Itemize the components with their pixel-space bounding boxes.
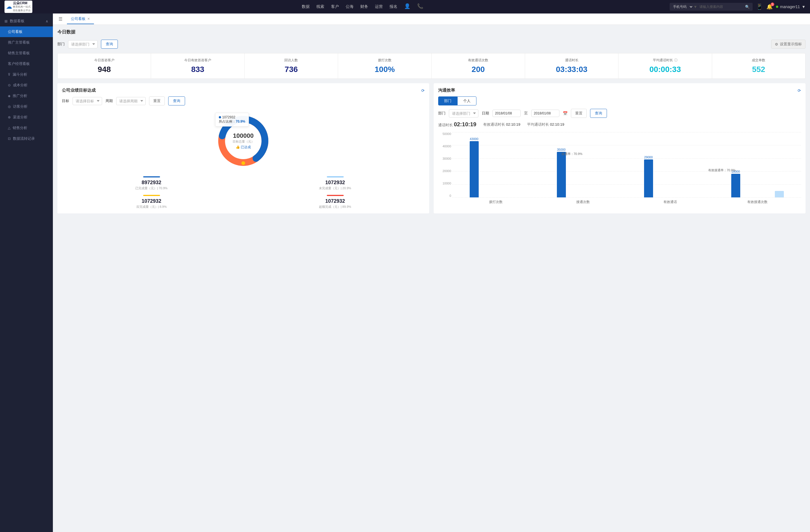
sidebar-item-sales[interactable]: △ 销售分析 — [0, 122, 53, 133]
eff-stat-effective: 有效通话时长 02:10:19 — [483, 122, 520, 127]
nav-operations[interactable]: 运营 — [375, 3, 383, 11]
search-type-select[interactable]: 手机号码 — [670, 3, 693, 11]
sidebar-item-label: 销售分析 — [13, 126, 27, 131]
metric-card-5: 通话时长 03:33:03 — [525, 53, 618, 79]
eff-stat-avg: 平均通话时长 02:10:19 — [527, 122, 564, 127]
eff-filter: 部门 请选择部门 日期 至 📅 重置 查询 — [438, 109, 801, 118]
sidebar-item-label: 漏斗分析 — [13, 72, 27, 77]
bar-eff-connect-light — [775, 191, 784, 197]
goal-stat-0: 8972932 已完成量（元）| 70.9% — [62, 176, 241, 190]
goal-panel-title: 公司业绩目标达成 — [62, 88, 96, 93]
nav-right: 手机号码 ▼ 🔍 📱 🔔 5 manager11 ▼ — [670, 3, 806, 11]
sidebar-grid-icon: ⊞ — [4, 19, 7, 23]
period-label: 周期 — [106, 98, 113, 103]
sidebar-collapse-icon[interactable]: ∧ — [46, 19, 48, 23]
goal-reset-button[interactable]: 重置 — [149, 97, 165, 105]
mobile-icon[interactable]: 📱 — [756, 3, 763, 10]
tooltip-dot — [219, 116, 221, 118]
nav-data[interactable]: 数据 — [302, 3, 310, 11]
goal-stat-bar-0 — [143, 176, 160, 178]
eff-date-from[interactable] — [492, 110, 521, 117]
tab-company-board[interactable]: 公司看板 ✕ — [67, 14, 94, 24]
goal-label: 目标 — [62, 98, 69, 103]
today-query-button[interactable]: 查询 — [101, 40, 118, 49]
goal-panel: 公司业绩目标达成 ⟳ 目标 请选择目标 周期 请选择周期 重置 查询 — [58, 83, 429, 213]
bar-chart: 50000 40000 30000 20000 10000 0 — [438, 132, 801, 205]
goal-panel-header: 公司业绩目标达成 ⟳ — [62, 88, 425, 93]
sidebar-item-label: 推广分析 — [13, 93, 27, 98]
nav-finance[interactable]: 财务 — [360, 3, 368, 11]
metric-label-2: 回访人数 — [248, 58, 335, 63]
sidebar-item-channel[interactable]: ⊛ 渠道分析 — [0, 112, 53, 122]
eff-tab-dept[interactable]: 部门 — [438, 97, 457, 105]
search-button[interactable]: 🔍 — [742, 3, 752, 11]
sidebar-item-label: 销售主管看板 — [8, 51, 30, 56]
goal-filter: 目标 请选择目标 周期 请选择周期 重置 查询 — [62, 97, 425, 105]
tab-close-icon[interactable]: ✕ — [87, 17, 90, 21]
eff-reset-button[interactable]: 重置 — [571, 109, 587, 118]
sidebar-item-label: 公司看板 — [8, 29, 22, 34]
notification-icon[interactable]: 🔔 5 — [766, 4, 773, 10]
sidebar-item-promo[interactable]: ◈ 推广分析 — [0, 90, 53, 101]
user-info[interactable]: manager11 ▼ — [776, 4, 806, 9]
nav-register[interactable]: 报名 — [390, 3, 398, 11]
donut-chart-container: 1072932 所占比例：70.9% — [62, 110, 425, 172]
dept-select[interactable]: 请选择部门 — [68, 40, 98, 48]
bar-label-29000: 29000 — [644, 155, 653, 159]
sidebar-item-visitor[interactable]: ◎ 访客分析 — [0, 101, 53, 112]
sidebar-toggle-icon[interactable]: ☰ — [58, 15, 64, 23]
nav-customers[interactable]: 客户 — [331, 3, 339, 11]
metric-label-6: 平均通话时长ⓘ — [622, 58, 708, 63]
goal-select[interactable]: 请选择目标 — [72, 97, 102, 105]
sidebar-item-cost[interactable]: ⊙ 成本分析 — [0, 80, 53, 90]
search-input[interactable] — [697, 3, 742, 11]
sidebar-item-account-manager[interactable]: 客户经理看板 — [0, 59, 53, 69]
tooltip-value: 1072932 — [222, 115, 236, 119]
bar-effective-talk — [644, 160, 653, 197]
eff-dept-label: 部门 — [438, 111, 446, 116]
period-select[interactable]: 请选择周期 — [116, 97, 146, 105]
metric-value-3: 100% — [341, 65, 428, 74]
sidebar-section-title: 数据看板 — [10, 19, 25, 23]
eff-effective-value: 02:10:19 — [506, 122, 520, 127]
goal-refresh-icon[interactable]: ⟳ — [421, 88, 425, 93]
sidebar-item-sales-manager[interactable]: 销售主管看板 — [0, 48, 53, 59]
user-dropdown-icon[interactable]: ▼ — [801, 4, 806, 9]
calendar-icon[interactable]: 📅 — [563, 111, 568, 116]
x-label-effective: 有效通话 — [627, 200, 714, 204]
bar-label-35000: 35000 — [557, 148, 566, 151]
goal-stat-bar-2 — [143, 195, 160, 196]
settings-button[interactable]: ⚙ 设置显示指标 — [771, 40, 806, 49]
y-label-3: 30000 — [438, 157, 451, 160]
eff-refresh-icon[interactable]: ⟳ — [798, 88, 801, 93]
notification-badge: 5 — [771, 2, 775, 6]
goal-stat-label-3: 超额完成（元）| 89.9% — [245, 205, 425, 209]
eff-dept-select[interactable]: 请选择部门 — [449, 110, 479, 118]
phone-icon[interactable]: 📞 — [417, 3, 423, 11]
eff-total-label: 通话时长 — [438, 123, 453, 127]
dept-filter-label: 部门 — [58, 41, 65, 47]
metric-value-2: 736 — [248, 65, 335, 74]
main-content: ☰ 公司看板 ✕ 今日数据 部门 请选择部门 查询 ⚙ 设置显 — [53, 14, 810, 532]
sidebar-item-promo-manager[interactable]: 推广主管看板 — [0, 37, 53, 48]
goal-stat-label-0: 已完成量（元）| 70.9% — [62, 186, 241, 190]
donut-chart: 1072932 所占比例：70.9% — [212, 110, 274, 172]
eff-tab-personal[interactable]: 个人 — [457, 97, 476, 105]
eff-date-to[interactable] — [531, 110, 560, 117]
nav-leads[interactable]: 线索 — [317, 3, 324, 11]
content-area: 今日数据 部门 请选择部门 查询 ⚙ 设置显示指标 今日首咨客户 — [53, 25, 810, 532]
sidebar-item-funnel[interactable]: ⊽ 漏斗分析 — [0, 69, 53, 80]
nav-sea[interactable]: 公海 — [346, 3, 354, 11]
sidebar-item-flow-record[interactable]: ⊡ 数据流转记录 — [0, 133, 53, 144]
search-box: 手机号码 ▼ 🔍 — [670, 3, 752, 11]
eff-date-label: 日期 — [482, 111, 489, 116]
goal-stat-value-0: 8972932 — [62, 180, 241, 186]
metric-card-1: 今日有效首咨客户 833 — [151, 53, 244, 79]
goal-query-button[interactable]: 查询 — [168, 97, 185, 105]
sidebar-item-company-board[interactable]: 公司看板 — [0, 27, 53, 37]
metric-label-7: 成交单数 — [715, 58, 802, 63]
eff-query-button[interactable]: 查询 — [590, 109, 607, 118]
sidebar-section-header[interactable]: ⊞ 数据看板 ∧ — [0, 16, 53, 27]
person-icon[interactable]: 👤 — [404, 3, 410, 11]
date-separator: 至 — [524, 111, 528, 116]
